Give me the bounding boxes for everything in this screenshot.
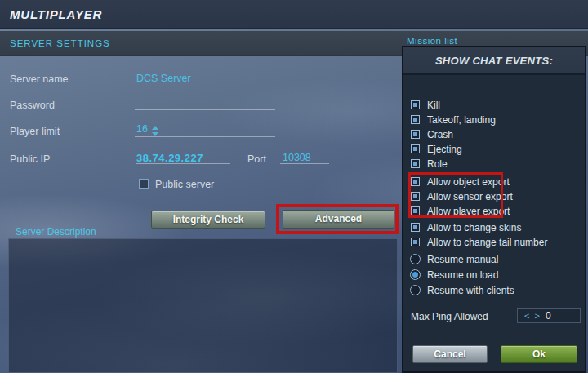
- panel-title: SHOW CHAT EVENTS:: [403, 47, 585, 75]
- public-ip-underline: [136, 163, 230, 164]
- checkbox-row-crash: Crash: [403, 129, 585, 142]
- player-limit-underline: [135, 136, 275, 137]
- checkbox-kill[interactable]: [411, 100, 420, 109]
- checkbox-row-takeoff-landing: Takeoff, landing: [403, 114, 585, 127]
- max-ping-value[interactable]: 0: [542, 310, 551, 322]
- player-limit-input[interactable]: 16: [136, 123, 148, 135]
- radio-row-resume-with-clients: Resume with clients: [403, 285, 585, 298]
- advanced-button[interactable]: Advanced: [283, 210, 394, 229]
- app-header: MULTIPLAYER: [0, 0, 588, 29]
- checkbox-row-allow-player-export: Allow player export: [403, 206, 585, 219]
- radio-label: Resume with clients: [427, 285, 514, 296]
- checkbox-label: Allow sensor export: [427, 191, 513, 202]
- ok-button[interactable]: Ok: [501, 345, 577, 363]
- port-input[interactable]: 10308: [283, 152, 311, 163]
- chat-events-panel: SHOW CHAT EVENTS: Kill Takeoff, landing …: [402, 46, 586, 373]
- checkbox-allow-player-export[interactable]: [411, 206, 420, 215]
- port-label: Port: [247, 153, 266, 165]
- radio-label: Resume on load: [427, 269, 498, 281]
- checkbox-label: Allow to change tail number: [427, 237, 547, 248]
- checkbox-row-ejecting: Ejecting: [403, 144, 585, 157]
- section-title: SERVER SETTINGS: [10, 31, 110, 56]
- radio-row-resume-manual: Resume manual: [403, 254, 585, 267]
- public-ip-input[interactable]: 38.74.29.227: [136, 152, 203, 164]
- checkbox-label: Takeoff, landing: [427, 114, 496, 126]
- page-title: MULTIPLAYER: [10, 0, 102, 29]
- radio-resume-with-clients[interactable]: [410, 285, 421, 295]
- checkbox-row-allow-sensor-export: Allow sensor export: [403, 191, 585, 204]
- public-server-label: Public server: [155, 179, 214, 190]
- checkbox-label: Role: [427, 158, 448, 170]
- multiplayer-screen: MULTIPLAYER SERVER SETTINGS Mission list…: [0, 0, 588, 373]
- public-server-checkbox[interactable]: [139, 179, 149, 189]
- checkbox-label: Allow player export: [427, 206, 510, 217]
- checkbox-row-allow-object-export: Allow object export: [403, 176, 585, 189]
- radio-resume-on-load[interactable]: [410, 269, 421, 280]
- checkbox-takeoff-landing[interactable]: [411, 115, 420, 124]
- checkbox-label: Ejecting: [427, 144, 462, 155]
- checkbox-label: Kill: [427, 100, 440, 111]
- port-underline: [280, 163, 329, 164]
- checkbox-ejecting[interactable]: [411, 144, 420, 153]
- radio-row-resume-on-load: Resume on load: [403, 269, 585, 282]
- radio-label: Resume manual: [427, 254, 498, 265]
- server-name-input[interactable]: DCS Server: [136, 73, 191, 84]
- password-label: Password: [10, 100, 55, 111]
- player-limit-stepper[interactable]: [152, 126, 158, 136]
- public-ip-label: Public IP: [10, 153, 50, 165]
- checkbox-allow-sensor-export[interactable]: [411, 192, 420, 201]
- checkbox-label: Allow to change skins: [427, 222, 521, 233]
- checkbox-row-role: Role: [403, 158, 585, 171]
- checkbox-allow-object-export[interactable]: [411, 177, 420, 186]
- panel-titlebar: SHOW CHAT EVENTS:: [403, 47, 585, 75]
- checkbox-row-kill: Kill: [403, 100, 585, 113]
- increment-button[interactable]: >: [532, 311, 541, 321]
- checkbox-label: Allow object export: [427, 176, 510, 188]
- server-description-textarea[interactable]: [8, 238, 398, 373]
- mission-list-title: Mission list: [407, 36, 457, 46]
- server-name-label: Server name: [10, 73, 69, 85]
- checkbox-role[interactable]: [411, 159, 420, 168]
- checkbox-allow-change-tail-number[interactable]: [411, 238, 420, 246]
- max-ping-stepper[interactable]: < > 0: [517, 308, 581, 323]
- radio-resume-manual[interactable]: [410, 254, 421, 264]
- cancel-button[interactable]: Cancel: [412, 345, 488, 363]
- max-ping-label: Max Ping Allowed: [411, 311, 488, 322]
- decrement-button[interactable]: <: [518, 311, 532, 321]
- player-limit-label: Player limit: [10, 126, 60, 137]
- integrity-check-button[interactable]: Integrity Check: [151, 211, 265, 229]
- spinner-up-icon[interactable]: [152, 126, 158, 130]
- checkbox-allow-change-skins[interactable]: [411, 223, 420, 232]
- password-underline[interactable]: [135, 109, 275, 110]
- server-description-title: Server Description: [16, 226, 96, 238]
- server-name-underline[interactable]: [136, 87, 275, 87]
- checkbox-row-allow-change-tail-number: Allow to change tail number: [403, 237, 585, 250]
- checkbox-label: Crash: [427, 129, 453, 140]
- checkbox-crash[interactable]: [411, 130, 420, 139]
- checkbox-row-allow-change-skins: Allow to change skins: [403, 222, 585, 235]
